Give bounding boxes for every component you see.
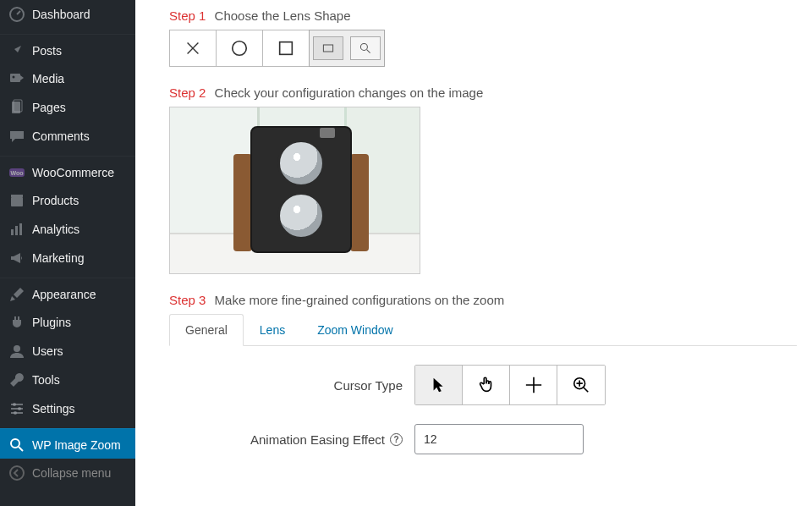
sidebar-item-marketing[interactable]: Marketing (0, 244, 135, 272)
svg-rect-1 (10, 74, 20, 82)
tab-lens[interactable]: Lens (244, 314, 301, 346)
comments-icon (8, 128, 25, 145)
svg-point-17 (18, 407, 21, 410)
cursor-type-options (414, 365, 606, 405)
svg-rect-9 (11, 229, 14, 235)
step2-text: Check your configuration changes on the … (215, 85, 484, 100)
sidebar-item-users[interactable]: Users (0, 337, 135, 366)
step1-text: Choose the Lens Shape (215, 8, 351, 23)
svg-rect-10 (15, 226, 18, 235)
svg-rect-22 (280, 42, 293, 55)
svg-text:Woo: Woo (10, 170, 23, 176)
step3-text: Make more fine-grained configurations on… (215, 293, 505, 307)
sidebar-item-label: Appearance (32, 288, 96, 301)
svg-rect-23 (323, 45, 332, 52)
config-tabs: General Lens Zoom Window (169, 314, 797, 346)
sidebar-item-label: Posts (32, 44, 62, 58)
step1-number: Step 1 (169, 8, 206, 23)
sidebar-item-tools[interactable]: Tools (0, 366, 135, 394)
woocommerce-icon: Woo (8, 164, 25, 181)
step2-section: Step 2 Check your configuration changes … (169, 85, 797, 274)
cursor-type-row: Cursor Type (169, 365, 797, 405)
sidebar-item-label: Analytics (32, 223, 80, 236)
svg-rect-11 (19, 223, 22, 235)
svg-point-19 (11, 439, 19, 448)
cursor-option-pointer[interactable] (463, 366, 510, 404)
magnifier-icon (8, 437, 25, 454)
sidebar-item-label: Plugins (32, 316, 71, 329)
sidebar-item-products[interactable]: Products (0, 186, 135, 215)
cursor-option-zoom-in[interactable] (557, 366, 605, 404)
svg-rect-7 (11, 197, 23, 206)
cursor-option-crosshair[interactable] (510, 366, 557, 404)
sidebar-item-comments[interactable]: Comments (0, 122, 135, 151)
svg-rect-8 (11, 195, 23, 197)
sidebar-item-label: Users (32, 344, 63, 358)
step2-number: Step 2 (169, 85, 206, 100)
svg-point-12 (14, 345, 20, 352)
svg-point-16 (13, 403, 16, 406)
sidebar-item-wp-image-zoom[interactable]: WP Image Zoom (0, 428, 135, 459)
lens-option-none[interactable] (169, 30, 217, 67)
cursor-type-label: Cursor Type (334, 378, 403, 393)
lens-option-square[interactable] (262, 30, 310, 67)
sidebar-item-analytics[interactable]: Analytics (0, 215, 135, 244)
sidebar-item-label: Collapse menu (32, 466, 111, 480)
sidebar-item-appearance[interactable]: Appearance (0, 278, 135, 308)
sidebar-item-label: Media (32, 72, 64, 85)
sidebar-item-woocommerce[interactable]: Woo WooCommerce (0, 156, 135, 186)
sidebar-collapse[interactable]: Collapse menu (0, 459, 135, 487)
sidebar-item-label: WooCommerce (32, 166, 114, 179)
lens-option-circle[interactable] (216, 30, 263, 67)
tab-general[interactable]: General (169, 314, 244, 346)
sidebar-item-dashboard[interactable]: Dashboard (0, 0, 135, 29)
analytics-icon (8, 221, 25, 238)
products-icon (8, 192, 25, 209)
user-icon (8, 343, 25, 360)
sidebar-item-plugins[interactable]: Plugins (0, 308, 135, 337)
dashboard-icon (8, 6, 25, 23)
sidebar-item-label: WP Image Zoom (32, 438, 121, 452)
sidebar-item-settings[interactable]: Settings (0, 394, 135, 423)
tab-zoom-window[interactable]: Zoom Window (301, 314, 409, 346)
media-icon (8, 70, 25, 87)
brush-icon (8, 286, 25, 303)
sidebar-item-pages[interactable]: Pages (0, 93, 135, 122)
svg-point-21 (233, 41, 247, 56)
cursor-option-default[interactable] (415, 366, 463, 404)
settings-icon (8, 400, 25, 417)
sidebar-item-label: Settings (32, 402, 75, 415)
sidebar-item-media[interactable]: Media (0, 64, 135, 93)
sidebar-item-label: Comments (32, 129, 90, 143)
easing-row: Animation Easing Effect ? (169, 424, 797, 454)
sidebar-item-label: Tools (32, 373, 60, 387)
plug-icon (8, 314, 25, 331)
svg-point-20 (10, 466, 24, 480)
step3-number: Step 3 (169, 293, 206, 307)
lens-option-window-group[interactable] (309, 30, 385, 67)
pages-icon (8, 99, 25, 116)
step1-section: Step 1 Choose the Lens Shape (169, 8, 797, 67)
easing-label: Animation Easing Effect (250, 432, 385, 447)
wp-admin-sidebar: Dashboard Posts Media Pages Comments Woo… (0, 0, 135, 506)
sidebar-item-label: Products (32, 194, 79, 207)
wrench-icon (8, 371, 25, 388)
pin-icon (8, 42, 25, 59)
collapse-icon (8, 465, 25, 481)
settings-panel: Step 1 Choose the Lens Shape (135, 0, 812, 506)
help-icon[interactable]: ? (390, 433, 403, 446)
sidebar-item-label: Pages (32, 101, 66, 114)
sidebar-item-label: Dashboard (32, 8, 91, 21)
svg-point-24 (360, 43, 367, 50)
svg-point-2 (13, 76, 15, 79)
zoom-preview-image[interactable] (169, 107, 420, 274)
lens-window-zoom-icon (350, 36, 381, 60)
lens-shape-options (169, 30, 797, 67)
sidebar-item-label: Marketing (32, 251, 84, 265)
megaphone-icon (8, 250, 25, 267)
step3-section: Step 3 Make more fine-grained configurat… (169, 293, 797, 454)
sidebar-item-posts[interactable]: Posts (0, 34, 135, 64)
svg-point-18 (14, 411, 17, 415)
easing-input[interactable] (414, 424, 584, 454)
lens-window-preview-icon (313, 36, 343, 60)
